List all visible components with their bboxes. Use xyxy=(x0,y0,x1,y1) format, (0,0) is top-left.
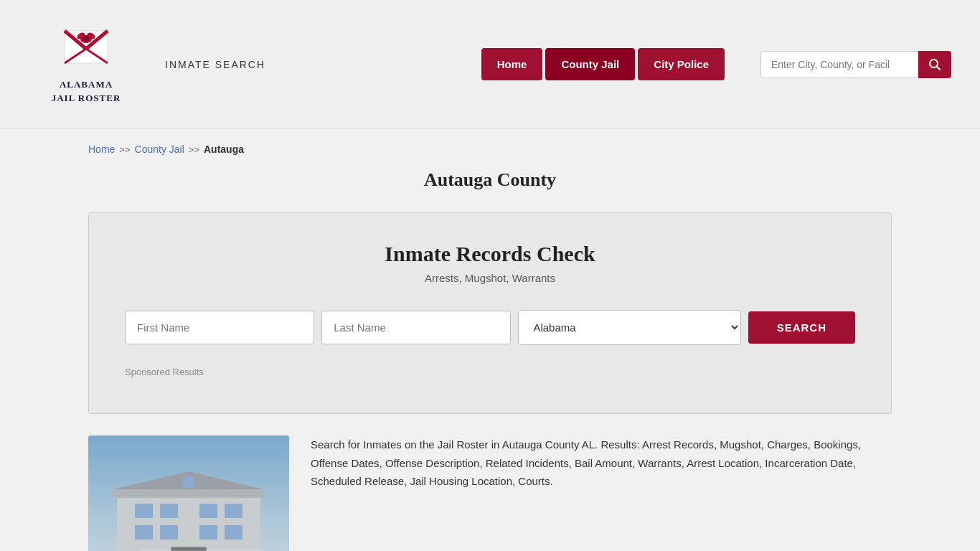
sponsored-results-label: Sponsored Results xyxy=(125,367,855,377)
jail-image: AUTAUGA METRO JAIL xyxy=(88,435,289,551)
header-search-input[interactable] xyxy=(760,51,918,78)
breadcrumb: Home >> County Jail >> Autauga xyxy=(88,143,892,155)
breadcrumb-home[interactable]: Home xyxy=(88,143,115,155)
svg-rect-18 xyxy=(225,504,242,518)
main-nav: Home County Jail City Police xyxy=(481,48,725,80)
header-search-bar xyxy=(760,51,951,78)
svg-rect-13 xyxy=(113,489,264,498)
nav-city-police-button[interactable]: City Police xyxy=(638,48,725,80)
logo-icon xyxy=(61,24,111,74)
nav-county-jail-button[interactable]: County Jail xyxy=(545,48,635,80)
breadcrumb-sep-2: >> xyxy=(189,144,199,155)
description-text: Search for Inmates on the Jail Roster in… xyxy=(311,435,892,491)
state-select[interactable]: AlabamaAlaskaArizonaArkansasCaliforniaCo… xyxy=(518,310,740,345)
svg-rect-12 xyxy=(117,493,260,551)
records-search-form: AlabamaAlaskaArizonaArkansasCaliforniaCo… xyxy=(125,310,855,345)
svg-rect-15 xyxy=(135,504,153,518)
svg-rect-17 xyxy=(199,504,217,518)
header-search-button[interactable] xyxy=(918,51,951,78)
records-search-button[interactable]: SEARCH xyxy=(748,311,855,344)
logo-text: ALABAMA JAIL ROSTER xyxy=(52,78,121,104)
page-title: Autauga County xyxy=(88,169,892,191)
breadcrumb-current: Autauga xyxy=(204,143,244,155)
svg-line-10 xyxy=(937,66,941,70)
nav-home-button[interactable]: Home xyxy=(481,48,543,80)
search-icon xyxy=(928,58,941,71)
svg-point-23 xyxy=(182,475,196,489)
bottom-section: AUTAUGA METRO JAIL Search for Inmates on… xyxy=(88,435,892,551)
last-name-input[interactable] xyxy=(321,311,511,344)
svg-rect-16 xyxy=(160,504,178,518)
records-check-box: Inmate Records Check Arrests, Mugshot, W… xyxy=(88,212,892,414)
svg-rect-20 xyxy=(160,525,178,540)
records-subtitle: Arrests, Mugshot, Warrants xyxy=(125,272,855,284)
records-title: Inmate Records Check xyxy=(125,242,855,266)
breadcrumb-sep-1: >> xyxy=(119,144,130,155)
first-name-input[interactable] xyxy=(125,311,314,344)
site-header: ALABAMA JAIL ROSTER INMATE SEARCH Home C… xyxy=(0,0,980,129)
svg-point-8 xyxy=(83,35,89,41)
inmate-search-link[interactable]: INMATE SEARCH xyxy=(165,59,265,70)
breadcrumb-county-jail[interactable]: County Jail xyxy=(135,143,184,155)
logo-area: ALABAMA JAIL ROSTER xyxy=(29,24,143,104)
svg-rect-21 xyxy=(199,525,217,540)
main-content: Home >> County Jail >> Autauga Autauga C… xyxy=(60,129,920,551)
svg-rect-22 xyxy=(225,525,242,540)
svg-rect-19 xyxy=(135,525,153,540)
